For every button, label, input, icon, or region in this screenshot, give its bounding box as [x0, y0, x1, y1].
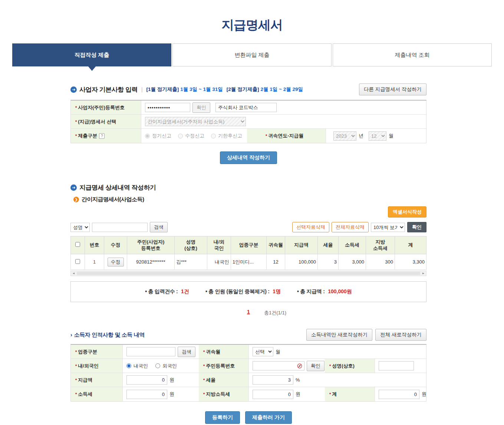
help-icon[interactable]: ? — [99, 133, 105, 139]
detail-section-header: ➜ 지급명세 상세내역 작성하기 — [70, 183, 426, 192]
total-amount-label: • 총 지급액 : — [297, 288, 325, 294]
income-section-title: 소득자 인적사항 및 소득 내역 — [74, 331, 145, 339]
tab-direct-submit[interactable]: 직접작성 제출 — [12, 43, 171, 66]
basic-info-title: 사업자 기본사항 입력 — [79, 85, 138, 94]
business-type-input[interactable] — [126, 347, 175, 356]
statement-select[interactable]: 간이지급명세서(거주자의 사업소득) — [145, 117, 246, 126]
tab-direct-submit-label: 직접작성 제출 — [74, 52, 109, 59]
col-name: 성명 (상호) — [175, 236, 207, 254]
radio-foreign[interactable] — [155, 363, 160, 368]
rewrite-income-button[interactable]: 소득내역만 새로작성하기 — [306, 329, 372, 341]
search-input[interactable] — [92, 223, 148, 232]
page-number-link[interactable]: 1 — [247, 309, 250, 315]
jan-schedule-label: [1월 정기제출] — [146, 86, 179, 93]
local-tax-input[interactable] — [253, 390, 293, 399]
name-input[interactable] — [379, 361, 414, 370]
delete-selected-button[interactable]: 선택자료삭제 — [292, 222, 329, 232]
register-button[interactable]: 등록하기 — [205, 411, 240, 424]
scroll-left-icon[interactable]: ◄ — [71, 271, 76, 276]
basic-info-form: * 사업자(주민)등록번호 확인 * (지급)명세서 선택 간이지급명세서(거주… — [70, 100, 426, 143]
write-detail-button[interactable]: 상세내역 작성하기 — [220, 151, 277, 164]
horizontal-scrollbar[interactable]: ◄ ► — [70, 271, 426, 276]
feb-schedule-label: [2월 정기제출] — [227, 86, 259, 93]
total-amount-value: 100,000원 — [328, 288, 352, 294]
radio-revised-label: 수정신고 — [185, 133, 204, 139]
cell-nationality: 내국인 — [207, 254, 231, 270]
biz-reg-row: * 사업자(주민)등록번호 확인 — [71, 101, 426, 115]
total-count-label: • 총 입력건수 : — [145, 288, 178, 294]
attribution-month-select[interactable]: 선택 — [253, 347, 273, 356]
income-tax-input[interactable] — [126, 390, 167, 399]
jan-schedule-range: 1월 3일 ~ 1월 31일 — [180, 86, 223, 93]
delete-all-button[interactable]: 전체자료삭제 — [332, 222, 369, 232]
tab-file-submit[interactable]: 변환파일 제출 — [172, 43, 332, 66]
page: 지급명세서 직접작성 제출 변환파일 제출 제출내역 조회 ➜ 사업자 기본사항… — [0, 0, 504, 424]
select-all-checkbox[interactable] — [75, 242, 80, 247]
nationality-label: * 내/외국인 — [71, 359, 123, 373]
edit-row-button[interactable]: 수정 — [108, 258, 124, 267]
tax-rate-label: * 세율 — [199, 373, 249, 387]
page-total-text: 총1건(1/1) — [264, 310, 286, 316]
cell-rrn: 920812******* — [127, 254, 175, 270]
tab-history[interactable]: 제출내역 조회 — [333, 43, 492, 66]
year-select[interactable]: 2023 — [333, 131, 356, 141]
tab-file-submit-label: 변환파일 제출 — [234, 52, 269, 59]
statement-select-row: * (지급)명세서 선택 간이지급명세서(거주자의 사업소득) — [71, 115, 426, 129]
tab-history-label: 제출내역 조회 — [395, 52, 429, 59]
business-search-button[interactable]: 검색 — [178, 347, 195, 357]
summary-bar: • 총 입력건수 : 1건 • 총 인원 (동일인 중복제거) : 1명 • 총… — [70, 281, 426, 302]
rrn-input[interactable] — [253, 361, 304, 370]
cell-no[interactable]: 1 — [85, 254, 104, 270]
col-edit: 수정 — [104, 236, 127, 254]
table-header-row: 번호 수정 주민(사업자) 등록번호 성명 (상호) 내/외 국인 업종구분 귀… — [71, 236, 426, 254]
col-local-tax: 지방 소득세 — [366, 236, 395, 254]
month-select[interactable]: 12 — [369, 131, 386, 141]
cell-amount: 100,000 — [285, 254, 318, 270]
radio-regular[interactable] — [145, 134, 150, 138]
biz-reg-label: * 사업자(주민)등록번호 — [71, 101, 141, 114]
go-submit-button[interactable]: 제출하러 가기 — [245, 411, 292, 424]
cell-income-tax: 3,000 — [339, 254, 366, 270]
excel-format-button[interactable]: 엑셀서식작성 — [388, 206, 426, 218]
masked-eye-icon[interactable] — [297, 363, 302, 369]
income-section-header: › 소득자 인적사항 및 소득 내역 소득내역만 새로작성하기 전체 새로작성하… — [70, 329, 426, 341]
search-button[interactable]: 검색 — [150, 222, 168, 232]
scroll-right-icon[interactable]: ► — [421, 271, 426, 276]
radio-domestic[interactable] — [126, 363, 131, 368]
toolbar-confirm-button[interactable]: 확인 — [407, 222, 426, 232]
chevron-circle-icon: ❯ — [73, 197, 79, 202]
rrn-confirm-button[interactable]: 확인 — [307, 361, 325, 371]
radio-domestic-label: 내국인 — [134, 363, 148, 369]
radio-foreign-label: 외국인 — [162, 363, 177, 369]
table-toolbar: 성명 검색 선택자료삭제 전체자료삭제 10개씩 보기 확인 — [70, 222, 426, 232]
col-amount: 지급액 — [285, 236, 318, 254]
cell-business: 1인미디... — [231, 254, 267, 270]
rewrite-all-button[interactable]: 전체 새로작성하기 — [375, 329, 426, 341]
period-label: * 귀속연도-지급월 — [247, 129, 326, 143]
col-no: 번호 — [85, 236, 104, 254]
biz-reg-confirm-button[interactable]: 확인 — [192, 102, 210, 113]
cell-rate: 3 — [318, 254, 339, 270]
sum-input — [379, 390, 419, 399]
submit-type-label: * 제출구분 ? — [71, 129, 141, 143]
biz-reg-input[interactable] — [145, 103, 190, 112]
page-size-select[interactable]: 10개씩 보기 — [371, 223, 405, 232]
radio-late[interactable] — [211, 134, 216, 138]
detail-subsection: ❯ 간이지급명세서(사업소득) — [73, 196, 426, 203]
arrow-circle-icon: ➜ — [70, 86, 77, 93]
search-field-select[interactable]: 성명 — [70, 223, 90, 232]
arrow-icon: › — [70, 332, 72, 338]
total-people-value: 1명 — [273, 288, 281, 294]
scrollbar-thumb[interactable] — [77, 272, 420, 275]
row-checkbox[interactable] — [75, 259, 80, 264]
radio-regular-label: 정기신고 — [152, 133, 171, 139]
new-statement-button[interactable]: 다른 지급명세서 작성하기 — [359, 84, 426, 95]
col-total: 계 — [395, 236, 426, 254]
radio-revised[interactable] — [178, 134, 183, 138]
tax-rate-input — [253, 375, 293, 385]
payment-amount-input[interactable] — [126, 375, 167, 385]
sum-label: * 계 — [325, 387, 375, 401]
submit-type-row: * 제출구분 ? 정기신고 수정신고 기한후신고 * 귀속연도-지급월 — [71, 129, 426, 143]
attribution-month-label: * 귀속월 — [199, 345, 249, 359]
company-name-input[interactable] — [215, 103, 277, 112]
